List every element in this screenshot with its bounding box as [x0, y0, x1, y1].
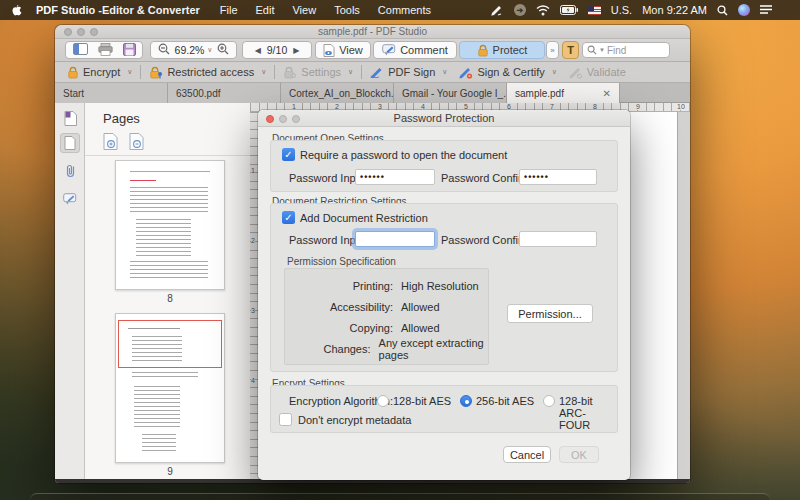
siri-icon[interactable] — [738, 4, 750, 16]
paperclip-icon — [64, 163, 77, 179]
find-input[interactable] — [607, 45, 657, 56]
tab-sample-active[interactable]: sample.pdf ✕ — [507, 83, 620, 103]
enlarge-thumbnails-button[interactable] — [103, 133, 119, 154]
dont-encrypt-metadata-label: Don't encrypt metadata — [298, 414, 411, 426]
previous-page-icon[interactable]: ◀ — [249, 46, 267, 55]
dock[interactable] — [30, 493, 770, 500]
shortcuts-icon[interactable]: ➔ — [514, 4, 526, 16]
close-tab-icon[interactable]: ✕ — [603, 88, 611, 99]
permission-section-label: Permission Specification — [287, 256, 396, 267]
validate-button[interactable]: Validate — [563, 66, 632, 79]
restriction-password-confirm-field[interactable] — [519, 231, 597, 247]
sidebar-attachments-button[interactable] — [60, 161, 80, 181]
dialog-titlebar[interactable]: Password Protection — [258, 110, 630, 127]
add-restriction-checkbox[interactable]: ✓ — [282, 211, 295, 224]
menu-app-name[interactable]: PDF Studio -Editor & Converter — [36, 4, 200, 16]
radio-128-bit-aes[interactable] — [377, 395, 389, 407]
security-settings-button[interactable]: Settings∨ — [277, 66, 359, 79]
find-options-caret-icon[interactable]: ▼ — [599, 47, 605, 53]
password-dots: •••••• — [524, 172, 549, 182]
sidebar-comments-button[interactable] — [60, 189, 80, 209]
spotlight-icon[interactable] — [717, 5, 728, 16]
menu-clock[interactable]: Mon 9:22 AM — [642, 4, 707, 16]
menu-view[interactable]: View — [292, 4, 316, 16]
toggle-sidebar-icon[interactable] — [68, 43, 93, 57]
comment-mode-button[interactable]: Comment — [373, 41, 457, 59]
restricted-access-button[interactable]: Restricted access∨ — [143, 66, 272, 79]
view-mode-button[interactable]: View — [315, 41, 371, 59]
tab-63500[interactable]: 63500.pdf — [168, 83, 281, 103]
ruler-number: 1 — [251, 167, 255, 174]
text-tool-button[interactable]: T — [562, 41, 579, 59]
wifi-icon[interactable] — [536, 5, 550, 16]
permission-key: Accessibility: — [285, 301, 393, 313]
cancel-button[interactable]: Cancel — [503, 446, 551, 463]
print-icon[interactable] — [93, 43, 118, 58]
radio-128-bit-arc-four[interactable] — [543, 395, 555, 407]
input-pen-icon[interactable] — [491, 4, 504, 16]
zoom-level-value[interactable]: 69.2% — [175, 44, 205, 56]
menu-bar: PDF Studio -Editor & Converter File Edit… — [0, 0, 800, 20]
restriction-password-input-field[interactable] — [355, 231, 435, 247]
permission-button[interactable]: Permission... — [507, 304, 593, 323]
pdf-sign-label: PDF Sign — [388, 66, 435, 78]
sidebar-bookmarks-button[interactable] — [60, 108, 80, 128]
pages-panel-title: Pages — [103, 111, 140, 126]
permission-value: Any except extracting pages — [379, 337, 488, 361]
page-9-number: 9 — [115, 466, 225, 477]
ruler-number: 4 — [420, 103, 426, 110]
permission-row-printing: Printing: High Resolution — [285, 275, 488, 296]
battery-icon[interactable] — [560, 5, 578, 15]
radio-256-bit-aes[interactable] — [460, 395, 472, 407]
ruler-number: 2 — [334, 103, 340, 110]
open-password-confirm-field[interactable]: •••••• — [519, 169, 597, 185]
tab-label: Start — [63, 88, 84, 99]
tab-gmail[interactable]: Gmail - Your Google I_... — [394, 83, 507, 103]
permission-key: Copying: — [285, 322, 393, 334]
tab-label: Cortex_AI_on_Blockch... — [289, 88, 394, 99]
encrypt-button[interactable]: Encrypt∨ — [61, 66, 138, 79]
input-source-flag-icon[interactable] — [588, 6, 601, 15]
ruler-number: 3 — [251, 307, 255, 314]
window-titlebar[interactable]: sample.pdf - PDF Studio — [55, 25, 690, 39]
menu-file[interactable]: File — [220, 4, 238, 16]
radio-128-bit-arc-four-label: 128-bit ARC-FOUR — [559, 395, 617, 431]
require-password-checkbox[interactable]: ✓ — [282, 148, 295, 161]
settings-lock-gear-icon — [283, 66, 297, 79]
pages-panel: Pages 8 — [85, 103, 250, 479]
zoom-controls-group: 69.2% ∨ — [150, 41, 237, 59]
sign-certify-button[interactable]: Sign & Certify∨ — [453, 66, 562, 79]
toolbar-overflow-chevron-icon[interactable]: » — [546, 41, 559, 59]
apple-menu-icon[interactable] — [10, 4, 22, 17]
ok-button[interactable]: OK — [559, 446, 599, 463]
menu-tools[interactable]: Tools — [334, 4, 360, 16]
permission-value: Allowed — [401, 301, 440, 313]
open-password-input-field[interactable]: •••••• — [355, 169, 435, 185]
dont-encrypt-metadata-checkbox[interactable] — [279, 413, 292, 426]
permission-key: Changes: — [285, 343, 371, 355]
comment-button-label: Comment — [400, 44, 448, 56]
shrink-thumbnails-button[interactable] — [129, 133, 145, 154]
page-navigation-group: ◀ 9/10 ▶ — [242, 41, 312, 59]
menu-comments[interactable]: Comments — [378, 4, 431, 16]
protect-mode-button[interactable]: Protect — [459, 41, 545, 59]
next-page-icon[interactable]: ▶ — [287, 46, 305, 55]
pdf-sign-button[interactable]: PDF Sign∨ — [364, 66, 453, 78]
save-icon[interactable] — [118, 43, 141, 58]
tab-label: 63500.pdf — [176, 88, 221, 99]
sidebar-pages-button[interactable] — [60, 133, 80, 153]
permission-summary-box: Printing: High Resolution Accessibility:… — [284, 268, 489, 365]
cancel-button-label: Cancel — [510, 449, 544, 461]
notification-center-icon[interactable] — [760, 5, 772, 15]
find-box[interactable]: ▼ — [582, 42, 670, 58]
zoom-out-icon[interactable] — [153, 43, 175, 57]
input-source-label[interactable]: U.S. — [611, 4, 632, 16]
tab-start[interactable]: Start — [55, 83, 168, 103]
menu-edit[interactable]: Edit — [256, 4, 275, 16]
zoom-in-icon[interactable] — [212, 43, 234, 57]
protect-ribbon: Encrypt∨ Restricted access∨ Settings∨ PD… — [55, 62, 690, 83]
bookmarks-page-icon — [64, 111, 77, 126]
page-9-thumbnail[interactable] — [115, 313, 225, 463]
page-8-thumbnail[interactable] — [115, 160, 225, 290]
tab-cortex[interactable]: Cortex_AI_on_Blockch... — [281, 83, 394, 103]
